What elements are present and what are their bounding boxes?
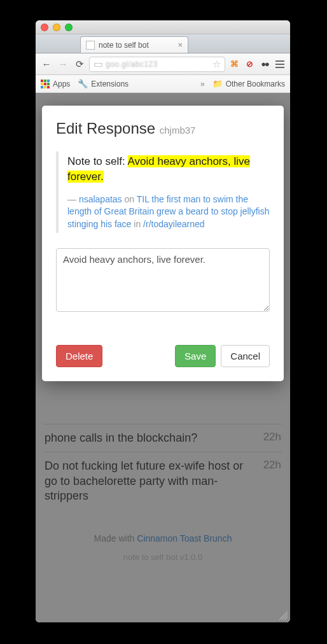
- back-button[interactable]: ←: [39, 57, 53, 71]
- browser-toolbar: ← → ⟳ ▭ goo.gl/abc123 ☆ ⌘ ⊘ ●●: [36, 53, 290, 75]
- apps-label: Apps: [53, 80, 70, 88]
- save-button[interactable]: Save: [175, 345, 216, 367]
- url-text: goo.gl/abc123: [106, 60, 210, 69]
- reload-button[interactable]: ⟳: [73, 57, 87, 71]
- modal-title-text: Edit Response: [56, 120, 155, 137]
- window-maximize-button[interactable]: [65, 24, 73, 31]
- window-close-button[interactable]: [41, 24, 48, 31]
- apps-shortcut[interactable]: Apps: [41, 80, 70, 88]
- address-bar[interactable]: ▭ goo.gl/abc123 ☆: [89, 57, 225, 72]
- extensions-shortcut[interactable]: 🔧 Extensions: [78, 79, 129, 88]
- modal-id: chjmb37: [160, 125, 196, 136]
- note-prefix: Note to self:: [67, 155, 128, 167]
- tab-title: note to self bot: [99, 41, 149, 50]
- edit-response-modal: Edit Response chjmb37 Note to self: Avoi…: [42, 106, 284, 381]
- tab-close-icon[interactable]: ×: [177, 40, 183, 50]
- window-resize-handle[interactable]: [279, 611, 288, 620]
- meta-in: in: [131, 219, 143, 229]
- tab-favicon: [86, 41, 95, 50]
- menu-button[interactable]: [274, 58, 286, 71]
- bookmarks-overflow-icon[interactable]: »: [200, 80, 205, 88]
- modal-actions: Delete Save Cancel: [56, 345, 270, 367]
- meta-on: on: [122, 194, 137, 204]
- modal-title: Edit Response chjmb37: [56, 120, 270, 137]
- note-line: Note to self: Avoid heavy anchors, live …: [67, 154, 270, 185]
- flickr-icon[interactable]: ●●: [258, 58, 271, 71]
- adblock-icon[interactable]: ⊘: [243, 58, 256, 71]
- window-titlebar: [36, 20, 290, 34]
- delete-button[interactable]: Delete: [56, 345, 102, 367]
- browser-tab[interactable]: note to self bot ×: [80, 36, 188, 53]
- bookmarks-bar: Apps 🔧 Extensions » 📁 Other Bookmarks: [36, 75, 290, 93]
- response-textarea[interactable]: [56, 248, 270, 312]
- bookmark-star-icon[interactable]: ☆: [212, 59, 221, 70]
- apps-icon: [41, 80, 50, 88]
- meta-dash: —: [67, 194, 79, 204]
- note-meta: — nsalapatas on TIL the first man to swi…: [67, 193, 270, 231]
- cancel-button[interactable]: Cancel: [221, 345, 270, 367]
- page-viewport: phone calls in the blockchain? 22h Do no…: [36, 93, 290, 622]
- browser-window: note to self bot × ← → ⟳ ▭ goo.gl/abc123…: [36, 20, 290, 622]
- quote-block: Note to self: Avoid heavy anchors, live …: [56, 151, 270, 233]
- window-minimize-button[interactable]: [53, 24, 60, 31]
- tab-strip: note to self bot ×: [36, 34, 290, 53]
- folder-icon: 📁: [212, 79, 223, 88]
- wrench-icon: 🔧: [78, 79, 88, 88]
- rss-icon[interactable]: ⌘: [228, 58, 240, 71]
- author-link[interactable]: nsalapatas: [79, 194, 122, 204]
- forward-button[interactable]: →: [56, 57, 70, 71]
- other-bookmarks[interactable]: 📁 Other Bookmarks: [212, 79, 285, 88]
- other-bookmarks-label: Other Bookmarks: [226, 80, 285, 88]
- extensions-label: Extensions: [91, 80, 129, 88]
- subreddit-link[interactable]: /r/todayilearned: [143, 219, 205, 229]
- page-icon: ▭: [94, 58, 103, 70]
